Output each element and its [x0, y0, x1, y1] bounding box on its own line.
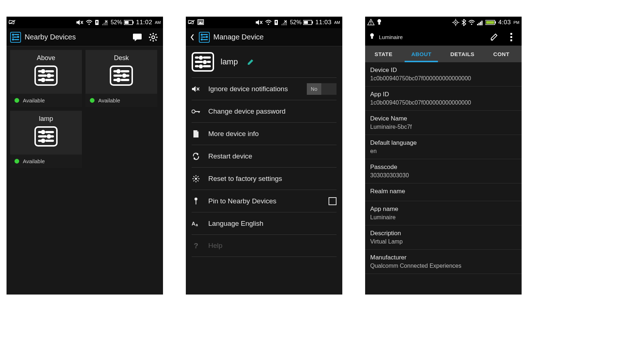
device-card-desk[interactable]: Desk Available	[85, 50, 157, 107]
svg-rect-48	[304, 21, 308, 24]
row-label: More device info	[208, 130, 337, 138]
svg-text:?: ?	[194, 242, 198, 250]
svg-rect-7	[96, 21, 97, 23]
svg-rect-89	[495, 21, 496, 24]
overflow-menu-button[interactable]	[505, 31, 517, 43]
row-factory-reset[interactable]: Reset to factory settings	[192, 167, 337, 190]
field-label: App ID	[370, 91, 517, 98]
edit-button[interactable]	[488, 31, 501, 43]
language-icon: Aa	[192, 220, 200, 227]
row-label: Language English	[208, 220, 337, 228]
settings-button[interactable]	[147, 31, 159, 43]
field-value: 1c0b00940750bc07f000000000000000	[370, 75, 517, 82]
row-restart[interactable]: Restart device	[192, 145, 337, 167]
field-label: Default language	[370, 139, 517, 147]
svg-rect-38	[276, 21, 277, 23]
about-list[interactable]: Device ID 1c0b00940750bc07f0000000000000…	[365, 62, 522, 274]
field-device-name: Device Name Luminaire-5bc7f	[365, 111, 522, 135]
pin-checkbox[interactable]	[329, 197, 337, 205]
svg-rect-90	[486, 21, 494, 24]
field-default-language: Default language en	[365, 135, 522, 159]
device-status: Available	[10, 94, 82, 107]
back-button[interactable]	[189, 34, 195, 41]
field-label: Passcode	[370, 164, 517, 171]
mute-icon	[192, 86, 200, 92]
tab-cont[interactable]: CONT	[484, 46, 519, 62]
field-label: App name	[370, 206, 517, 213]
row-label: Change device password	[208, 107, 337, 115]
svg-line-26	[155, 39, 156, 41]
volume-mute-icon	[76, 20, 84, 25]
field-value: Luminaire-5bc7f	[370, 124, 517, 130]
app-logo-icon	[10, 32, 21, 43]
battery-icon	[485, 20, 496, 25]
svg-point-20	[152, 36, 155, 39]
phone-2-manage-device: 52% 11:03 AM Manage Device lamp	[186, 17, 342, 295]
svg-rect-92	[371, 37, 373, 39]
row-label: Reset to factory settings	[208, 175, 337, 183]
status-ampm: AM	[155, 20, 161, 25]
toggle-ignore[interactable]: No	[307, 83, 337, 95]
field-label: Device ID	[370, 67, 517, 74]
row-change-password[interactable]: Change device password	[192, 100, 337, 122]
battery-icon	[124, 20, 134, 25]
svg-rect-87	[481, 21, 482, 25]
device-status: Available	[10, 155, 82, 168]
row-label: Ignore device notifications	[208, 85, 299, 93]
svg-rect-84	[477, 24, 478, 25]
wifi-sync-icon	[265, 20, 272, 25]
tab-details[interactable]: DETAILS	[441, 46, 484, 62]
tab-about[interactable]: ABOUT	[402, 46, 441, 62]
row-language[interactable]: Aa Language English	[192, 212, 337, 234]
device-card-above[interactable]: Above Available	[10, 50, 82, 107]
device-slider-icon	[34, 65, 58, 86]
edit-name-button[interactable]	[245, 56, 257, 68]
svg-text:a: a	[196, 223, 198, 227]
row-help[interactable]: ? Help	[192, 234, 337, 257]
svg-marker-33	[256, 20, 259, 25]
row-more-info[interactable]: More device info	[192, 122, 337, 145]
svg-rect-73	[371, 21, 371, 23]
svg-rect-85	[479, 23, 480, 25]
field-value: Qualcomm Connected Experiences	[370, 263, 517, 269]
page-icon	[192, 130, 200, 138]
status-bar: 52% 11:02 AM	[7, 17, 163, 28]
device-header: lamp	[186, 46, 342, 77]
field-label: Realm name	[370, 188, 517, 195]
row-pin-nearby[interactable]: Pin to Nearby Devices	[192, 190, 337, 212]
device-status-label: Available	[98, 97, 120, 103]
devices-grid: Above Available Desk Available	[7, 46, 163, 172]
svg-point-52	[192, 110, 195, 113]
messages-button[interactable]	[131, 31, 143, 43]
svg-rect-29	[188, 20, 194, 24]
page-title: Luminaire	[379, 34, 403, 40]
image-notification-icon	[197, 19, 204, 26]
svg-rect-18	[133, 34, 142, 39]
landscape-lock-icon	[188, 20, 195, 26]
status-bar: 52% 11:03 AM	[186, 17, 342, 28]
help-icon: ?	[192, 242, 200, 250]
svg-line-27	[155, 34, 156, 35]
phone-3-about: 4:03 PM Luminaire STATE ABOUT DETAILS CO…	[365, 17, 522, 295]
phone-1-nearby-devices: 52% 11:02 AM Nearby Devices Above	[7, 17, 163, 295]
device-card-lamp[interactable]: lamp Available	[10, 111, 82, 168]
device-status-label: Available	[23, 158, 45, 164]
svg-rect-43	[286, 21, 287, 25]
svg-point-5	[89, 24, 90, 25]
svg-point-58	[195, 178, 197, 180]
app-bar: Nearby Devices	[7, 28, 163, 46]
tab-state[interactable]: STATE	[365, 46, 402, 62]
svg-rect-86	[480, 22, 481, 25]
row-label: Help	[208, 242, 337, 250]
svg-marker-55	[197, 130, 199, 132]
svg-line-66	[193, 180, 195, 181]
status-ampm: PM	[514, 20, 520, 25]
svg-line-28	[150, 39, 151, 41]
field-description: Description Virtual Lamp	[365, 225, 522, 250]
manage-list: Ignore device notifications No Change de…	[186, 77, 342, 257]
device-name: lamp	[221, 57, 238, 67]
field-label: Device Name	[370, 115, 517, 122]
status-time: 11:02	[136, 19, 152, 26]
row-ignore-notifications[interactable]: Ignore device notifications No	[192, 77, 337, 100]
page-title: Nearby Devices	[25, 33, 76, 41]
